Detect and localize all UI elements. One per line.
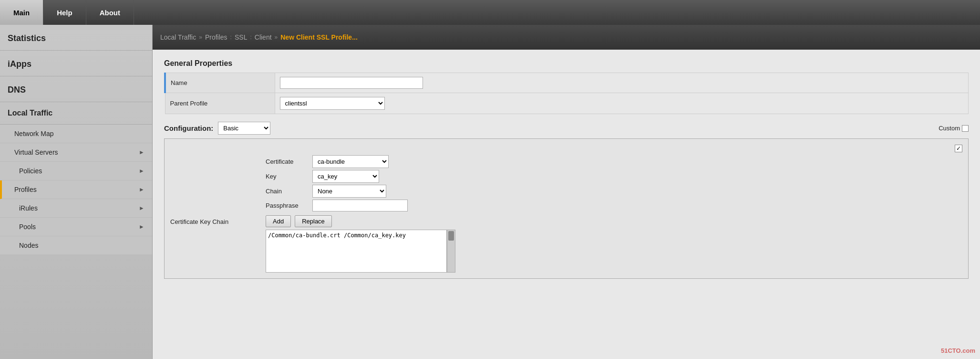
configuration-bar: Configuration: Basic Advanced Custom xyxy=(164,122,969,135)
scrollbar[interactable] xyxy=(447,230,455,273)
parent-profile-row: Parent Profile clientssl xyxy=(165,93,969,114)
key-row: Key ca_key xyxy=(266,170,962,183)
breadcrumb-local-traffic[interactable]: Local Traffic xyxy=(160,33,196,41)
passphrase-label: Passphrase xyxy=(266,202,309,209)
breadcrumb-sep2: : xyxy=(230,34,232,41)
breadcrumb-current: New Client SSL Profile... xyxy=(280,33,358,41)
passphrase-row: Passphrase xyxy=(266,200,962,211)
parent-profile-label: Parent Profile xyxy=(165,93,275,114)
sidebar-item-profiles[interactable]: Profiles ► xyxy=(0,180,152,199)
config-panel-row: Certificate ca-bundle Key ca_key xyxy=(170,145,962,213)
sidebar-item-network-map[interactable]: Network Map xyxy=(0,125,152,143)
custom-checkbox-area: Custom xyxy=(939,125,969,132)
chevron-right-icon: ► xyxy=(139,186,144,193)
watermark: 51CTO.com xyxy=(941,347,975,354)
sidebar-item-label: Virtual Servers xyxy=(14,148,58,156)
cert-key-chain-content: Add Replace /Common/ca-bundle.crt /Commo… xyxy=(266,215,962,273)
sidebar-item-label: Pools xyxy=(19,223,36,231)
config-left: Configuration: Basic Advanced xyxy=(164,122,270,135)
chain-select[interactable]: None xyxy=(312,185,386,198)
sidebar-item-label: iRules xyxy=(19,204,38,212)
general-properties-table: Name Parent Profile clientssl xyxy=(164,73,969,114)
parent-profile-select[interactable]: clientssl xyxy=(280,97,385,110)
custom-checkbox[interactable] xyxy=(962,125,969,132)
configuration-select[interactable]: Basic Advanced xyxy=(218,122,270,135)
chevron-right-icon: ► xyxy=(139,149,144,156)
certificate-row: Certificate ca-bundle xyxy=(266,155,962,168)
sidebar-subsection-local-traffic[interactable]: Local Traffic xyxy=(0,102,152,125)
sidebar-section-statistics[interactable]: Statistics xyxy=(0,25,152,51)
nav-main[interactable]: Main xyxy=(0,0,43,25)
cert-key-chain-textarea[interactable]: /Common/ca-bundle.crt /Common/ca_key.key xyxy=(266,230,447,273)
configuration-label: Configuration: xyxy=(164,124,213,132)
name-input[interactable] xyxy=(280,77,423,89)
content-area: General Properties Name Parent Profile c… xyxy=(153,50,980,359)
breadcrumb-sep4: » xyxy=(275,34,278,41)
passphrase-input[interactable] xyxy=(312,200,408,211)
sidebar-item-label: Policies xyxy=(19,167,42,175)
sidebar-item-label: Nodes xyxy=(19,242,38,249)
nav-help[interactable]: Help xyxy=(43,0,86,25)
breadcrumb-ssl[interactable]: SSL xyxy=(235,33,247,41)
config-inner-table: Certificate ca-bundle Key ca_key xyxy=(170,145,962,213)
certificate-label: Certificate xyxy=(266,158,309,165)
sidebar-item-pools[interactable]: Pools ► xyxy=(0,218,152,236)
chain-label: Chain xyxy=(266,188,309,195)
breadcrumb-sep1: » xyxy=(199,34,202,41)
scrollbar-thumb xyxy=(448,231,454,241)
replace-button[interactable]: Replace xyxy=(295,215,332,227)
breadcrumb: Local Traffic » Profiles : SSL : Client … xyxy=(153,25,980,50)
chain-row: Chain None xyxy=(266,185,962,198)
sidebar-item-virtual-servers[interactable]: Virtual Servers ► xyxy=(0,143,152,162)
name-row: Name xyxy=(165,73,969,93)
config-panel-checkbox[interactable] xyxy=(955,145,962,152)
sidebar: Statistics iApps DNS Local Traffic Netwo… xyxy=(0,25,153,359)
cert-key-chain-table: Certificate Key Chain Add Replace /Commo… xyxy=(170,215,962,273)
sidebar-section-dns[interactable]: DNS xyxy=(0,76,152,102)
sidebar-item-irules[interactable]: iRules ► xyxy=(0,199,152,218)
chevron-right-icon: ► xyxy=(139,205,144,211)
custom-label: Custom xyxy=(939,125,960,132)
cert-key-chain-area-wrap: /Common/ca-bundle.crt /Common/ca_key.key xyxy=(266,230,962,273)
top-navigation: Main Help About xyxy=(0,0,980,25)
general-properties-heading: General Properties xyxy=(164,59,969,68)
nav-about[interactable]: About xyxy=(86,0,134,25)
add-button[interactable]: Add xyxy=(266,215,291,227)
breadcrumb-profiles[interactable]: Profiles xyxy=(205,33,227,41)
chevron-right-icon: ► xyxy=(139,223,144,230)
breadcrumb-sep3: : xyxy=(250,34,251,41)
cert-key-chain-row: Certificate Key Chain Add Replace /Commo… xyxy=(170,215,962,273)
cert-key-chain-buttons: Add Replace xyxy=(266,215,962,227)
sidebar-item-nodes[interactable]: Nodes xyxy=(0,236,152,255)
sidebar-item-label: Profiles xyxy=(14,186,37,193)
name-label: Name xyxy=(165,73,275,93)
sidebar-item-label: Network Map xyxy=(14,130,53,137)
sidebar-section-iapps[interactable]: iApps xyxy=(0,51,152,76)
cert-key-chain-label: Certificate Key Chain xyxy=(170,215,266,273)
chevron-right-icon: ► xyxy=(139,168,144,174)
main-layout: Statistics iApps DNS Local Traffic Netwo… xyxy=(0,25,980,359)
key-label: Key xyxy=(266,173,309,180)
certificate-select[interactable]: ca-bundle xyxy=(312,155,389,168)
config-panel: Certificate ca-bundle Key ca_key xyxy=(164,138,969,279)
key-select[interactable]: ca_key xyxy=(312,170,379,183)
breadcrumb-client[interactable]: Client xyxy=(255,33,272,41)
sidebar-item-policies[interactable]: Policies ► xyxy=(0,162,152,180)
